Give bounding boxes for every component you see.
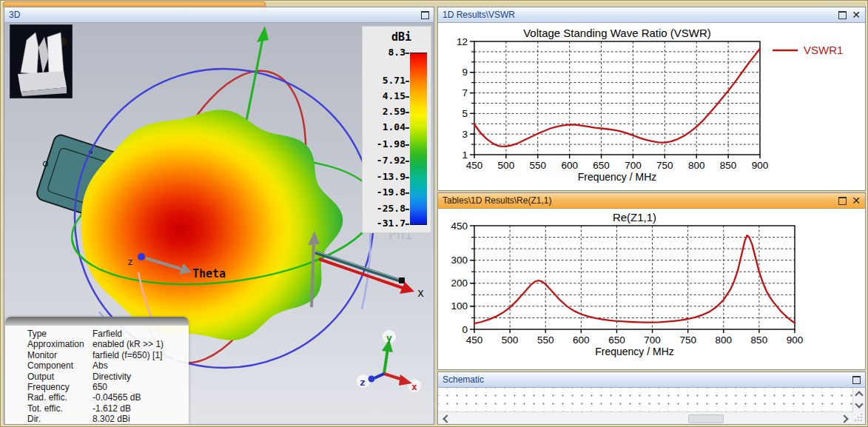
colorbar-tick-mark [406, 161, 409, 162]
info-value: 650 [92, 382, 189, 392]
svg-text:300: 300 [451, 255, 468, 266]
panel-schematic: Schematic [437, 371, 866, 425]
svg-text:12: 12 [457, 36, 468, 47]
svg-text:0: 0 [462, 324, 468, 335]
info-label: Component [27, 360, 92, 371]
colorbar-tick-mark [406, 81, 409, 82]
rez-chart-title: Re(Z1,1) [613, 211, 656, 223]
info-label: Rad. effic. [27, 392, 92, 403]
colorbar-tick-mark [406, 209, 409, 210]
triad-y-label: y [386, 332, 392, 343]
panel-title-3d: 3D [9, 10, 20, 20]
info-value: Directivity [92, 371, 189, 382]
titlebar-schematic[interactable]: Schematic [438, 372, 865, 388]
close-icon[interactable]: ✕ [852, 197, 861, 204]
rez-chart: 0100200300450450500550600650700750800850… [438, 209, 865, 369]
info-label: Frequency [27, 382, 92, 392]
colorbar-tick-label: -13.9 [364, 171, 406, 182]
scrollbar-thumb[interactable] [688, 414, 724, 423]
colorbar-tick-mark [406, 192, 409, 194]
titlebar-vswr[interactable]: 1D Results\VSWR ✕ [438, 7, 865, 23]
model-thumbnail-image [10, 25, 72, 98]
vswr-chart-area: 1357912450500550600650700750800850900Vol… [438, 23, 865, 190]
colorbar-tick-mark [406, 96, 409, 98]
maximize-icon[interactable] [852, 376, 861, 384]
svg-text:7: 7 [462, 87, 468, 98]
colorbar-tick-label: -1.98 [364, 138, 406, 149]
colorbar-tick-mark [406, 112, 409, 113]
info-value: Farfield [92, 329, 189, 339]
schematic-content[interactable] [438, 388, 865, 424]
legend-label: VSWR1 [804, 44, 843, 56]
panel-3d: 3D [4, 7, 434, 425]
colorbar-tick-mark [406, 223, 409, 225]
info-row: Approximationenabled (kR >> 1) [5, 339, 189, 349]
colorbar-tick-label: -31.7 [364, 218, 406, 229]
svg-text:450: 450 [466, 334, 483, 346]
colorbar-tick-mark [406, 127, 409, 129]
titlebar-rez[interactable]: Tables\1D Results\Re(Z1,1) ✕ [438, 193, 865, 209]
colorbar-tick-mark [406, 53, 409, 54]
panel-title-schematic: Schematic [443, 374, 484, 385]
theta-label: Theta [192, 267, 226, 280]
close-icon[interactable]: ✕ [852, 11, 861, 19]
svg-text:900: 900 [787, 334, 804, 346]
svg-text:450: 450 [451, 221, 468, 232]
scroll-right-icon[interactable] [840, 414, 848, 423]
rez-chart-area: 0100200300450450500550600650700750800850… [438, 209, 865, 369]
colorbar-tick-label: 1.04 [364, 121, 406, 132]
svg-text:700: 700 [644, 334, 661, 346]
info-label: Monitor [27, 350, 92, 360]
info-value: farfield (f=650) [1] [92, 350, 189, 360]
svg-text:600: 600 [561, 160, 578, 171]
info-row: Tot. effic.-1.612 dB [5, 403, 189, 414]
scroll-left-icon[interactable] [443, 414, 451, 423]
scroll-down-icon[interactable] [855, 400, 863, 408]
info-row: TypeFarfield [5, 329, 189, 339]
svg-text:100: 100 [451, 300, 468, 312]
info-row: OutputDirectivity [5, 371, 189, 382]
svg-text:800: 800 [716, 334, 733, 346]
colorbar-tick-label: -19.8 [364, 186, 406, 198]
model-thumbnail [10, 24, 73, 98]
view3d-content[interactable]: x Phi z Theta [4, 23, 434, 424]
maximize-icon[interactable] [838, 11, 847, 19]
vertical-scrollbar[interactable] [852, 388, 865, 412]
schematic-grid[interactable] [438, 388, 853, 412]
svg-text:850: 850 [751, 334, 768, 346]
resize-grip-icon [861, 420, 862, 421]
colorbar-tick-label: 2.59 [364, 106, 406, 117]
panel-title-vswr: 1D Results\VSWR [443, 10, 515, 20]
resize-corner[interactable] [853, 412, 865, 424]
dock-tab[interactable] [3, 1, 266, 7]
titlebar-3d[interactable]: 3D [4, 7, 434, 23]
info-label: Tot. effic. [27, 403, 92, 414]
maximize-icon[interactable] [421, 11, 429, 19]
colorbar-tick-label: -7.92 [364, 155, 406, 166]
colorbar-tick-label: 4.15 [364, 90, 406, 101]
colorbar-legend: dBi 8.35.714.152.591.04-1.98-7.92-13.9-1… [362, 26, 431, 233]
info-value: -1.612 dB [92, 403, 189, 414]
svg-text:200: 200 [451, 278, 468, 289]
svg-text:800: 800 [688, 160, 705, 171]
panel-title-rez: Tables\1D Results\Re(Z1,1) [443, 195, 551, 206]
vswr-x-axis-label: Frequency / MHz [578, 171, 657, 183]
info-label: Output [27, 371, 92, 382]
svg-text:1: 1 [462, 149, 468, 161]
info-label: Approximation [27, 339, 92, 349]
colorbar-tick-label: -25.8 [364, 203, 406, 214]
triad-x-label: x [411, 381, 417, 392]
application-window: 3D [0, 0, 868, 427]
scroll-up-icon[interactable] [855, 391, 863, 399]
svg-text:550: 550 [537, 334, 554, 346]
colorbar-gradient [410, 53, 427, 225]
info-value: enabled (kR >> 1) [92, 339, 189, 349]
boom-end-cap [399, 278, 405, 283]
info-row: Dir.8.302 dBi [5, 414, 189, 424]
svg-text:850: 850 [720, 160, 737, 171]
horizontal-scrollbar[interactable] [438, 411, 853, 424]
info-value: 8.302 dBi [92, 414, 189, 424]
maximize-icon[interactable] [838, 197, 847, 205]
z-origin-dot [138, 253, 145, 260]
svg-text:650: 650 [608, 334, 625, 346]
